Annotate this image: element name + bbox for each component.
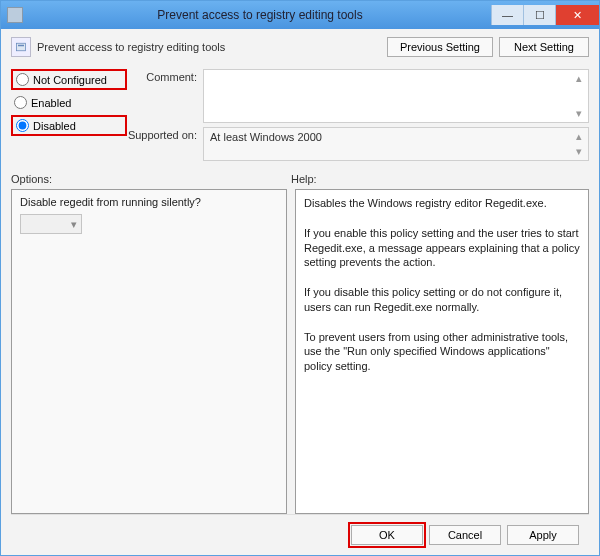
- radio-disabled[interactable]: Disabled: [11, 115, 127, 136]
- window-controls: — ☐ ✕: [491, 5, 599, 25]
- fields-column: Comment: ▴▾ Supported on: At least Windo…: [127, 69, 589, 161]
- supported-row: Supported on: At least Windows 2000 ▴▾: [127, 127, 589, 161]
- supported-label: Supported on:: [127, 127, 203, 161]
- minimize-button[interactable]: —: [491, 5, 523, 25]
- supported-value-box: At least Windows 2000 ▴▾: [203, 127, 589, 161]
- dialog-window: Prevent access to registry editing tools…: [0, 0, 600, 556]
- content-area: Prevent access to registry editing tools…: [1, 29, 599, 555]
- policy-icon: [11, 37, 31, 57]
- radio-enabled[interactable]: Enabled: [11, 94, 127, 111]
- apply-button[interactable]: Apply: [507, 525, 579, 545]
- chevron-down-icon: ▾: [71, 218, 77, 231]
- section-labels: Options: Help:: [11, 173, 589, 185]
- ok-button[interactable]: OK: [351, 525, 423, 545]
- comment-textarea[interactable]: ▴▾: [203, 69, 589, 123]
- help-label: Help:: [291, 173, 317, 185]
- nav-buttons: Previous Setting Next Setting: [387, 37, 589, 57]
- policy-title: Prevent access to registry editing tools: [37, 41, 387, 53]
- scroll-icon: ▴▾: [572, 72, 586, 120]
- radio-disabled-label: Disabled: [33, 120, 76, 132]
- help-panel: Disables the Windows registry editor Reg…: [295, 189, 589, 514]
- help-text: Disables the Windows registry editor Reg…: [304, 196, 580, 374]
- app-icon: [7, 7, 23, 23]
- options-dropdown[interactable]: ▾: [20, 214, 82, 234]
- panels: Disable regedit from running silently? ▾…: [11, 189, 589, 514]
- previous-setting-button[interactable]: Previous Setting: [387, 37, 493, 57]
- titlebar[interactable]: Prevent access to registry editing tools…: [1, 1, 599, 29]
- svg-rect-1: [18, 45, 24, 47]
- radio-enabled-input[interactable]: [14, 96, 27, 109]
- radio-not-configured-input[interactable]: [16, 73, 29, 86]
- config-row: Not Configured Enabled Disabled Comment:…: [11, 69, 589, 161]
- options-question: Disable regedit from running silently?: [20, 196, 278, 208]
- comment-row: Comment: ▴▾: [127, 69, 589, 123]
- supported-value: At least Windows 2000: [210, 131, 322, 143]
- radio-enabled-label: Enabled: [31, 97, 71, 109]
- close-button[interactable]: ✕: [555, 5, 599, 25]
- next-setting-button[interactable]: Next Setting: [499, 37, 589, 57]
- scroll-icon: ▴▾: [572, 130, 586, 158]
- window-title: Prevent access to registry editing tools: [29, 8, 491, 22]
- state-radios: Not Configured Enabled Disabled: [11, 69, 127, 161]
- options-panel: Disable regedit from running silently? ▾: [11, 189, 287, 514]
- cancel-button[interactable]: Cancel: [429, 525, 501, 545]
- options-label: Options:: [11, 173, 291, 185]
- footer: OK Cancel Apply: [11, 514, 589, 555]
- header-row: Prevent access to registry editing tools…: [11, 37, 589, 57]
- radio-not-configured[interactable]: Not Configured: [11, 69, 127, 90]
- svg-rect-0: [17, 43, 26, 51]
- radio-disabled-input[interactable]: [16, 119, 29, 132]
- maximize-button[interactable]: ☐: [523, 5, 555, 25]
- comment-label: Comment:: [127, 69, 203, 123]
- radio-not-configured-label: Not Configured: [33, 74, 107, 86]
